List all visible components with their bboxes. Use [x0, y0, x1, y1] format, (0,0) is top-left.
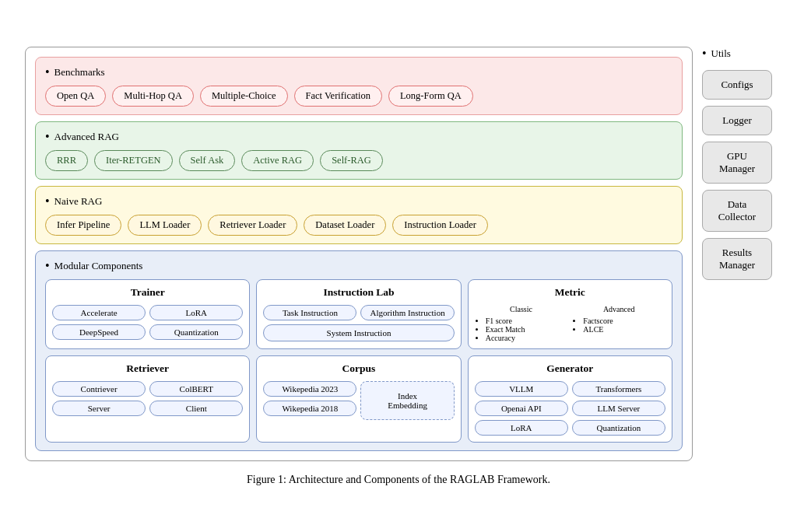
pill-llm-server: LLM Server	[572, 401, 665, 416]
section-naive-rag: • Naive RAG Infer Pipeline LLM Loader Re…	[35, 186, 683, 244]
metric-advanced-col: Advanced Factscore ALCE	[572, 305, 665, 342]
corpus-inner: Wikepedia 2023 Wikepedia 2018 Index Embe…	[263, 381, 454, 420]
corpus-box: Corpus Wikepedia 2023 Wikepedia 2018 Ind…	[256, 355, 461, 443]
pill-algorithm-instruction: Algorithm Instruction	[360, 305, 454, 320]
bullet-icon: •	[45, 259, 50, 273]
metric-box: Metric Classic F1 score Exact Match Accu…	[468, 279, 672, 349]
pill-rrr: RRR	[45, 150, 88, 171]
pill-multihop-qa: Multi-Hop QA	[112, 86, 194, 107]
instruction-lab-pills: Task Instruction Algorithm Instruction S…	[263, 305, 454, 341]
benchmarks-header: • Benchmarks	[45, 65, 672, 79]
advanced-label: Advanced	[572, 305, 665, 313]
retriever-title: Retriever	[52, 362, 243, 375]
sidebar: • Utils Configs Logger GPU Manager Data …	[702, 47, 772, 280]
modular-header: • Modular Components	[45, 259, 672, 273]
pill-server: Server	[52, 401, 146, 416]
pill-colbert: ColBERT	[149, 381, 243, 397]
section-adv-rag: • Advanced RAG RRR Iter-RETGEN Self Ask …	[35, 121, 683, 180]
section-benchmarks: • Benchmarks Open QA Multi-Hop QA Multip…	[35, 57, 683, 115]
pill-fact-verification: Fact Verification	[294, 86, 382, 107]
classic-label: Classic	[475, 305, 568, 313]
page-container: • Benchmarks Open QA Multi-Hop QA Multip…	[25, 47, 772, 486]
pill-self-rag: Self-RAG	[320, 150, 383, 171]
adv-rag-header: • Advanced RAG	[45, 130, 672, 144]
generator-title: Generator	[475, 362, 665, 375]
instruction-lab-box: Instruction Lab Task Instruction Algorit…	[256, 279, 461, 349]
metric-f1: F1 score	[486, 317, 568, 325]
utils-label: Utils	[711, 47, 731, 60]
modular-grid: Trainer Accelerate LoRA DeepSpeed Quanti…	[45, 279, 672, 443]
trainer-title: Trainer	[52, 286, 243, 299]
metric-exact-match: Exact Match	[486, 325, 568, 334]
pill-client: Client	[149, 401, 243, 416]
naive-rag-header: • Naive RAG	[45, 194, 672, 208]
corpus-title: Corpus	[263, 362, 454, 375]
main-layout: • Benchmarks Open QA Multi-Hop QA Multip…	[25, 47, 772, 461]
bullet-icon: •	[45, 194, 50, 208]
generator-box: Generator VLLM Transformers Openai API L…	[468, 355, 672, 443]
metric-inner: Classic F1 score Exact Match Accuracy Ad…	[475, 305, 665, 342]
benchmarks-title: Benchmarks	[54, 66, 105, 79]
pill-open-qa: Open QA	[45, 86, 106, 107]
pill-lora-trainer: LoRA	[149, 305, 243, 320]
metric-accuracy: Accuracy	[486, 334, 568, 342]
pill-transformers: Transformers	[572, 381, 665, 397]
bullet-icon: •	[45, 65, 50, 79]
adv-rag-title: Advanced RAG	[54, 131, 119, 143]
utils-bullet: •	[702, 47, 707, 61]
pill-contriever: Contriever	[52, 381, 146, 397]
metric-title: Metric	[475, 286, 665, 299]
naive-rag-pills: Infer Pipeline LLM Loader Retriever Load…	[45, 215, 672, 236]
pill-dataset-loader: Dataset Loader	[304, 215, 386, 236]
advanced-list: Factscore ALCE	[572, 317, 665, 334]
metric-alce: ALCE	[583, 325, 665, 334]
diagram-area: • Benchmarks Open QA Multi-Hop QA Multip…	[25, 47, 693, 461]
pill-openai-api: Openai API	[475, 401, 568, 416]
pill-multiple-choice: Multiple-Choice	[200, 86, 288, 107]
sidebar-gpu-manager[interactable]: GPU Manager	[702, 142, 772, 184]
figure-caption: Figure 1: Architecture and Components of…	[25, 474, 772, 486]
section-modular: • Modular Components Trainer Accelerate …	[35, 250, 683, 451]
trainer-box: Trainer Accelerate LoRA DeepSpeed Quanti…	[45, 279, 250, 349]
pill-wikipedia-2023: Wikepedia 2023	[263, 381, 356, 397]
pill-quantization-gen: Quantization	[572, 420, 665, 436]
sidebar-data-collector[interactable]: Data Collector	[702, 190, 772, 232]
generator-pills: VLLM Transformers Openai API LLM Server …	[475, 381, 665, 436]
pill-active-rag: Active RAG	[241, 150, 314, 171]
adv-rag-pills: RRR Iter-RETGEN Self Ask Active RAG Self…	[45, 150, 672, 171]
pill-self-ask: Self Ask	[179, 150, 236, 171]
pill-wikipedia-2018: Wikepedia 2018	[263, 401, 356, 416]
instruction-lab-title: Instruction Lab	[263, 286, 454, 299]
pill-iter-retgen: Iter-RETGEN	[94, 150, 173, 171]
pill-infer-pipeline: Infer Pipeline	[45, 215, 121, 236]
modular-title: Modular Components	[54, 260, 143, 272]
sidebar-configs[interactable]: Configs	[702, 70, 772, 100]
pill-quantization-trainer: Quantization	[149, 324, 243, 340]
pill-lora-gen: LoRA	[475, 420, 568, 436]
pill-llm-loader: LLM Loader	[128, 215, 202, 236]
sidebar-results-manager[interactable]: Results Manager	[702, 238, 772, 280]
trainer-pills: Accelerate LoRA DeepSpeed Quantization	[52, 305, 243, 340]
pill-retriever-loader: Retriever Loader	[208, 215, 297, 236]
sidebar-header: • Utils	[702, 47, 772, 61]
pill-task-instruction: Task Instruction	[263, 305, 356, 320]
pill-vllm: VLLM	[475, 381, 568, 397]
bullet-icon: •	[45, 130, 50, 144]
classic-list: F1 score Exact Match Accuracy	[475, 317, 568, 342]
benchmarks-pills: Open QA Multi-Hop QA Multiple-Choice Fac…	[45, 86, 672, 107]
pill-system-instruction: System Instruction	[263, 324, 454, 341]
naive-rag-title: Naive RAG	[54, 195, 103, 208]
pill-deepspeed: DeepSpeed	[52, 324, 146, 340]
retriever-box: Retriever Contriever ColBERT Server Clie…	[45, 355, 250, 443]
pill-long-form-qa: Long-Form QA	[388, 86, 473, 107]
retriever-pills: Contriever ColBERT Server Client	[52, 381, 243, 416]
sidebar-logger[interactable]: Logger	[702, 106, 772, 135]
pill-accelerate: Accelerate	[52, 305, 146, 320]
pill-instruction-loader: Instruction Loader	[392, 215, 488, 236]
metric-factscore: Factscore	[583, 317, 665, 325]
index-embedding: Index Embedding	[360, 381, 454, 420]
metric-classic-col: Classic F1 score Exact Match Accuracy	[475, 305, 568, 342]
